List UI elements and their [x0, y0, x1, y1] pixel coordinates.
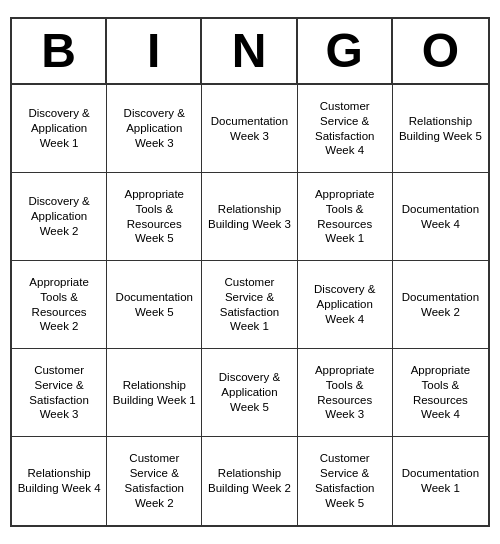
bingo-cell-22: Customer Service & Satisfaction Week 2 [107, 437, 202, 525]
bingo-letter-i: I [107, 19, 202, 83]
bingo-cell-9: Appropriate Tools & Resources Week 1 [298, 173, 393, 261]
bingo-cell-20: Appropriate Tools & Resources Week 4 [393, 349, 488, 437]
bingo-grid: Discovery & Application Week 1Discovery … [12, 85, 488, 525]
bingo-letter-b: B [12, 19, 107, 83]
bingo-cell-24: Customer Service & Satisfaction Week 5 [298, 437, 393, 525]
bingo-cell-6: Discovery & Application Week 2 [12, 173, 107, 261]
bingo-header: BINGO [12, 19, 488, 85]
bingo-cell-21: Relationship Building Week 4 [12, 437, 107, 525]
bingo-cell-4: Customer Service & Satisfaction Week 4 [298, 85, 393, 173]
bingo-letter-n: N [202, 19, 297, 83]
bingo-cell-13: Customer Service & Satisfaction Week 1 [202, 261, 297, 349]
bingo-cell-5: Relationship Building Week 5 [393, 85, 488, 173]
bingo-cell-17: Relationship Building Week 1 [107, 349, 202, 437]
bingo-cell-25: Documentation Week 1 [393, 437, 488, 525]
bingo-cell-10: Documentation Week 4 [393, 173, 488, 261]
bingo-cell-1: Discovery & Application Week 1 [12, 85, 107, 173]
bingo-cell-8: Relationship Building Week 3 [202, 173, 297, 261]
bingo-cell-23: Relationship Building Week 2 [202, 437, 297, 525]
bingo-cell-11: Appropriate Tools & Resources Week 2 [12, 261, 107, 349]
bingo-cell-2: Discovery & Application Week 3 [107, 85, 202, 173]
bingo-cell-3: Documentation Week 3 [202, 85, 297, 173]
bingo-cell-12: Documentation Week 5 [107, 261, 202, 349]
bingo-letter-g: G [298, 19, 393, 83]
bingo-cell-7: Appropriate Tools & Resources Week 5 [107, 173, 202, 261]
bingo-cell-14: Discovery & Application Week 4 [298, 261, 393, 349]
bingo-cell-16: Customer Service & Satisfaction Week 3 [12, 349, 107, 437]
bingo-letter-o: O [393, 19, 488, 83]
bingo-card: BINGO Discovery & Application Week 1Disc… [10, 17, 490, 527]
bingo-cell-19: Appropriate Tools & Resources Week 3 [298, 349, 393, 437]
bingo-cell-18: Discovery & Application Week 5 [202, 349, 297, 437]
bingo-cell-15: Documentation Week 2 [393, 261, 488, 349]
